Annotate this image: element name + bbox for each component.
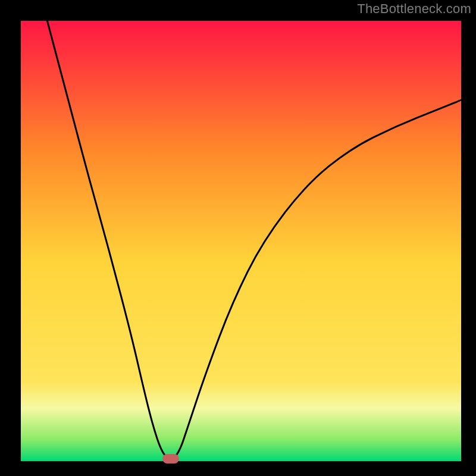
plot-area	[21, 21, 461, 461]
bottleneck-curve	[47, 21, 461, 459]
curve-layer	[21, 21, 461, 461]
chart-frame: TheBottleneck.com	[0, 0, 476, 476]
watermark-text: TheBottleneck.com	[357, 1, 471, 17]
minimum-marker	[162, 454, 179, 464]
